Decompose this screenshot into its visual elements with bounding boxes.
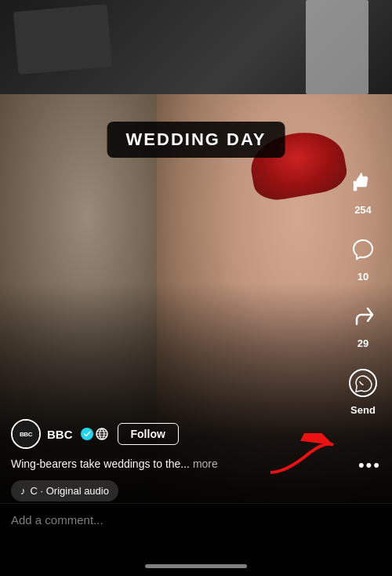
like-button[interactable]: 254 [345, 165, 381, 216]
share-icon [345, 298, 381, 334]
music-icon: ♪ [20, 485, 26, 497]
send-button[interactable]: Send [345, 365, 381, 416]
wedding-day-label: WEDDING DAY [107, 122, 285, 158]
comment-placeholder[interactable]: Add a comment... [11, 513, 103, 527]
more-options-button[interactable]: ••• [358, 457, 381, 474]
follow-button[interactable]: Follow [118, 423, 179, 445]
comment-count: 10 [358, 271, 368, 283]
more-text[interactable]: more [193, 458, 218, 470]
share-button[interactable]: 29 [345, 298, 381, 349]
action-buttons-panel: 254 10 29 Send [345, 165, 381, 416]
avatar-inner: BBC [13, 421, 39, 447]
verified-icon [81, 428, 93, 440]
like-icon [345, 165, 381, 201]
top-video-scene [0, 0, 392, 110]
audio-text: C · Original audio [31, 485, 109, 497]
svg-point-0 [350, 370, 376, 396]
audio-row[interactable]: ♪ C · Original audio [11, 480, 118, 501]
comment-icon [345, 231, 381, 268]
avatar: BBC [11, 419, 41, 449]
verified-icons [81, 428, 108, 440]
send-icon [345, 365, 381, 401]
svg-point-1 [81, 428, 93, 440]
share-count: 29 [358, 337, 368, 349]
red-arrow-indicator [263, 433, 341, 483]
send-label: Send [350, 404, 376, 416]
more-dots-icon: ••• [358, 455, 381, 475]
comment-bar: Add a comment... [0, 503, 392, 537]
globe-icon [96, 428, 108, 440]
like-count: 254 [354, 204, 372, 216]
username: BBC [47, 428, 73, 441]
comment-button[interactable]: 10 [345, 231, 381, 283]
home-indicator [145, 564, 247, 568]
